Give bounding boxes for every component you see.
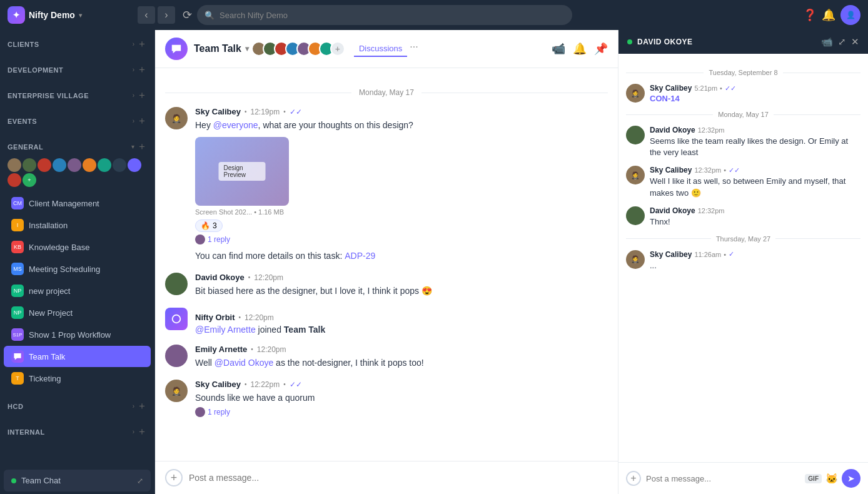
image-caption: Screen Shot 202... • 1.16 MB: [195, 208, 608, 216]
section-internal-header[interactable]: INTERNAL › ＋: [0, 420, 154, 441]
section-hcd-header[interactable]: HCD › ＋: [0, 395, 154, 415]
search-bar[interactable]: 🔍 Search Nifty Demo: [197, 5, 572, 25]
dm-avatar: 🤵: [626, 84, 645, 103]
message-text: Sounds like we have a quorum: [195, 391, 608, 405]
avatar: [83, 158, 96, 172]
app-logo[interactable]: ✦ Nifty Demo ▾: [8, 6, 133, 24]
sidebar-item-client-management[interactable]: CM Client Management: [4, 193, 151, 214]
dm-input-actions: GIF 🐱 ➤: [805, 469, 860, 488]
back-button[interactable]: ‹: [138, 6, 155, 24]
section-general-header[interactable]: GENERAL ▾ ＋: [0, 135, 154, 156]
sidebar-item-show-prop-workflow[interactable]: S1P Show 1 Prop Workflow: [4, 324, 151, 345]
dm-author: David Okoye: [650, 206, 695, 215]
history-icon[interactable]: ⟳: [183, 8, 192, 22]
reply-link[interactable]: 1 reply: [195, 234, 608, 244]
section-enterprise-header[interactable]: ENTERPRISE VILLAGE › ＋: [0, 84, 154, 104]
mention: @David Okoye: [214, 358, 273, 368]
image-preview[interactable]: Design Preview: [195, 137, 289, 206]
dm-status-dot: [627, 39, 632, 44]
add-attachment-button[interactable]: +: [165, 469, 183, 486]
dm-body: David Okoye 12:32pm Thnx!: [650, 206, 860, 228]
section-events-header[interactable]: EVENTS › ＋: [0, 109, 154, 130]
sidebar-item-installation[interactable]: I Installation: [4, 214, 151, 236]
expand-icon[interactable]: ⤢: [838, 36, 846, 48]
add-section-icon[interactable]: ＋: [137, 63, 147, 76]
avatar: 🤵: [165, 380, 188, 402]
sidebar-item-icon: KB: [11, 241, 24, 253]
dm-avatar: [626, 206, 645, 225]
emoji-icon[interactable]: 🐱: [825, 473, 838, 485]
forward-button[interactable]: ›: [158, 6, 175, 24]
sidebar-item-icon: T: [11, 372, 24, 385]
dm-header-left: DAVID OKOYE: [627, 38, 693, 46]
sidebar-item-new-project[interactable]: NP new project: [4, 280, 151, 301]
pin-icon[interactable]: 📌: [594, 42, 608, 56]
video-call-icon[interactable]: 📹: [821, 36, 833, 48]
add-section-icon[interactable]: ＋: [137, 140, 147, 153]
add-section-icon[interactable]: ＋: [137, 89, 147, 102]
reply-link[interactable]: 1 reply: [195, 407, 608, 417]
sidebar-item-new-project-2[interactable]: NP New Project: [4, 302, 151, 323]
check-icon: ✓✓: [729, 166, 740, 174]
message-input[interactable]: [189, 473, 608, 483]
add-member-icon[interactable]: +: [23, 173, 36, 187]
video-icon[interactable]: 📹: [552, 42, 565, 56]
dm-body: Sky Calibey 12:32pm • ✓✓ Well I like it …: [650, 166, 860, 198]
task-link[interactable]: ADP-29: [345, 251, 375, 261]
sidebar-item-ticketing[interactable]: T Ticketing: [4, 368, 151, 389]
reply-avatar: [195, 407, 205, 417]
gif-button[interactable]: GIF: [805, 474, 822, 483]
system-text: Nifty Orbit • 12:20pm @Emily Arnette joi…: [195, 308, 325, 335]
avatar: [128, 158, 141, 172]
add-section-icon[interactable]: ＋: [137, 425, 147, 438]
message-author: Emily Arnette: [195, 345, 247, 354]
message-author: Sky Calibey: [195, 107, 241, 116]
mention: @everyone: [213, 120, 258, 130]
notifications-icon[interactable]: 🔔: [822, 8, 835, 22]
help-icon[interactable]: ❓: [803, 8, 817, 22]
dm-date-divider: Thursday, May 27: [626, 235, 860, 243]
message-time: 12:22pm: [251, 380, 280, 389]
expand-icon[interactable]: ⤢: [137, 476, 143, 485]
reply-avatar: [195, 234, 205, 244]
section-development-header[interactable]: DEVELOPMENT › ＋: [0, 58, 154, 79]
message: 🤵 Sky Calibey • 12:19pm • ✓✓ Hey @everyo…: [165, 107, 608, 244]
send-button[interactable]: ➤: [842, 469, 860, 488]
sidebar-item-label: new project: [29, 286, 143, 296]
dm-add-attachment-button[interactable]: +: [626, 471, 641, 486]
channel-name[interactable]: Team Talk ▾: [194, 43, 249, 54]
chat-header-left: Team Talk ▾ + Discussions ···: [165, 38, 418, 60]
dm-body: Sky Calibey 11:26am • ✓ ...: [650, 250, 860, 271]
close-icon[interactable]: ✕: [851, 36, 859, 48]
sidebar-item-icon: S1P: [11, 328, 24, 341]
reaction[interactable]: 🔥3: [195, 216, 608, 232]
channel-name-ref: Team Talk: [284, 325, 325, 335]
add-section-icon[interactable]: ＋: [137, 114, 147, 128]
avatar: [8, 173, 21, 187]
user-avatar[interactable]: 👤: [840, 5, 860, 25]
sidebar-item-icon: MS: [11, 263, 24, 275]
dm-avatar: [626, 126, 645, 144]
dm-message-input[interactable]: [646, 474, 800, 483]
add-section-icon[interactable]: ＋: [137, 400, 147, 413]
team-chat-item[interactable]: Team Chat ⤢: [4, 470, 151, 491]
message-body: Sky Calibey • 12:19pm • ✓✓ Hey @everyone…: [195, 107, 608, 244]
sidebar-item-knowledge-base[interactable]: KB Knowledge Base: [4, 236, 151, 258]
sidebar: CLIENTS › ＋ DEVELOPMENT › ＋ ENTERPRISE V…: [0, 30, 155, 494]
section-clients-header[interactable]: CLIENTS › ＋: [0, 33, 154, 53]
message-text: Hey @everyone, what are your thoughts on…: [195, 119, 608, 132]
sidebar-item-team-talk[interactable]: Team Talk: [4, 346, 151, 367]
dm-date-divider: Monday, May 17: [626, 111, 860, 118]
tab-discussions[interactable]: Discussions: [354, 41, 407, 57]
section-hcd-label: HCD: [8, 403, 23, 410]
add-section-icon[interactable]: ＋: [137, 38, 147, 51]
section-internal: INTERNAL › ＋: [0, 418, 154, 443]
topbar-actions: ❓ 🔔 👤: [803, 5, 860, 25]
add-member-button[interactable]: +: [330, 41, 345, 56]
sidebar-item-meeting-scheduling[interactable]: MS Meeting Scheduling: [4, 258, 151, 280]
search-placeholder: Search Nifty Demo: [220, 11, 288, 20]
more-options-icon[interactable]: ···: [410, 41, 418, 57]
chevron-right-icon: ›: [133, 428, 134, 435]
bell-icon[interactable]: 🔔: [573, 42, 587, 56]
section-hcd: HCD › ＋: [0, 392, 154, 418]
